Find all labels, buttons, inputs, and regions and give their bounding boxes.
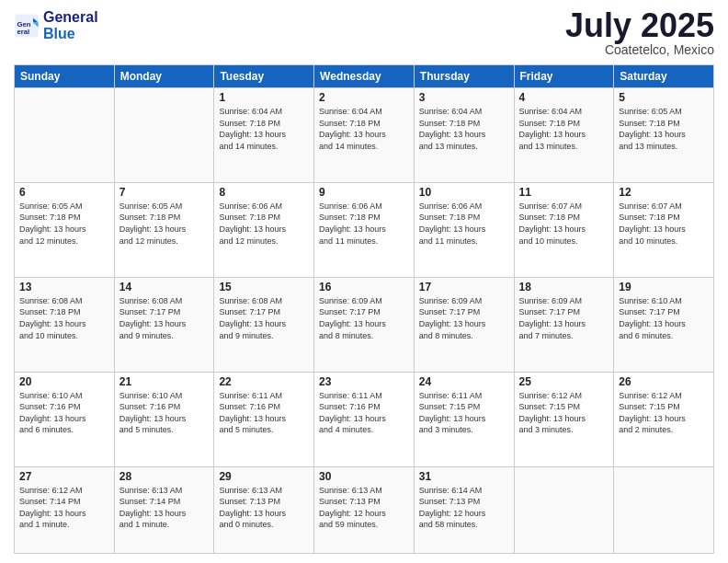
day-cell: 24Sunrise: 6:11 AM Sunset: 7:15 PM Dayli… [414,372,514,466]
day-cell [614,466,714,553]
svg-text:eral: eral [17,28,30,36]
day-number: 13 [19,281,109,293]
day-cell: 9Sunrise: 6:06 AM Sunset: 7:18 PM Daylig… [314,182,415,277]
day-detail: Sunrise: 6:04 AM Sunset: 7:18 PM Dayligh… [319,106,409,152]
day-number: 26 [619,375,709,388]
day-cell [514,466,614,553]
day-cell: 19Sunrise: 6:10 AM Sunset: 7:17 PM Dayli… [614,277,714,372]
day-cell [114,88,214,183]
day-number: 31 [419,470,509,483]
day-detail: Sunrise: 6:07 AM Sunset: 7:18 PM Dayligh… [519,201,609,247]
day-cell: 30Sunrise: 6:13 AM Sunset: 7:13 PM Dayli… [314,466,415,553]
day-detail: Sunrise: 6:13 AM Sunset: 7:13 PM Dayligh… [319,485,409,531]
week-row-2: 6Sunrise: 6:05 AM Sunset: 7:18 PM Daylig… [15,182,714,277]
day-number: 19 [619,281,709,293]
logo-icon: Gen eral [14,13,40,39]
day-number: 28 [119,470,210,483]
logo-line2: Blue [43,26,98,42]
calendar-table: SundayMondayTuesdayWednesdayThursdayFrid… [14,64,714,554]
day-detail: Sunrise: 6:09 AM Sunset: 7:17 PM Dayligh… [319,295,409,341]
day-detail: Sunrise: 6:10 AM Sunset: 7:16 PM Dayligh… [119,390,210,436]
day-number: 7 [119,186,210,199]
day-number: 2 [319,91,409,104]
day-detail: Sunrise: 6:10 AM Sunset: 7:17 PM Dayligh… [619,295,709,341]
day-cell: 11Sunrise: 6:07 AM Sunset: 7:18 PM Dayli… [514,182,614,277]
day-number: 22 [219,375,309,388]
day-number: 16 [319,281,409,293]
week-row-3: 13Sunrise: 6:08 AM Sunset: 7:18 PM Dayli… [15,277,714,372]
day-cell: 17Sunrise: 6:09 AM Sunset: 7:17 PM Dayli… [414,277,514,372]
day-detail: Sunrise: 6:11 AM Sunset: 7:15 PM Dayligh… [419,390,509,436]
day-detail: Sunrise: 6:07 AM Sunset: 7:18 PM Dayligh… [619,201,709,247]
day-cell: 6Sunrise: 6:05 AM Sunset: 7:18 PM Daylig… [15,182,115,277]
day-cell: 7Sunrise: 6:05 AM Sunset: 7:18 PM Daylig… [114,182,214,277]
header-cell-sunday: Sunday [15,65,115,88]
day-number: 1 [219,91,309,104]
calendar-header-row: SundayMondayTuesdayWednesdayThursdayFrid… [15,65,714,88]
title-block: July 2025 Coatetelco, Mexico [565,9,714,57]
location: Coatetelco, Mexico [565,42,714,57]
day-number: 17 [419,281,509,293]
header-cell-tuesday: Tuesday [214,65,314,88]
day-detail: Sunrise: 6:13 AM Sunset: 7:13 PM Dayligh… [219,485,309,531]
day-number: 30 [319,470,409,483]
day-detail: Sunrise: 6:09 AM Sunset: 7:17 PM Dayligh… [419,295,509,341]
day-number: 6 [19,186,109,199]
day-detail: Sunrise: 6:04 AM Sunset: 7:18 PM Dayligh… [219,106,309,152]
day-number: 8 [219,186,309,199]
day-detail: Sunrise: 6:10 AM Sunset: 7:16 PM Dayligh… [19,390,109,436]
day-detail: Sunrise: 6:04 AM Sunset: 7:18 PM Dayligh… [419,106,509,152]
day-detail: Sunrise: 6:08 AM Sunset: 7:17 PM Dayligh… [119,295,210,341]
header-cell-thursday: Thursday [414,65,514,88]
week-row-5: 27Sunrise: 6:12 AM Sunset: 7:14 PM Dayli… [15,466,714,553]
day-cell: 29Sunrise: 6:13 AM Sunset: 7:13 PM Dayli… [214,466,314,553]
day-cell: 3Sunrise: 6:04 AM Sunset: 7:18 PM Daylig… [414,88,514,183]
day-detail: Sunrise: 6:06 AM Sunset: 7:18 PM Dayligh… [419,201,509,247]
day-detail: Sunrise: 6:04 AM Sunset: 7:18 PM Dayligh… [519,106,609,152]
day-number: 29 [219,470,309,483]
logo: Gen eral General Blue [14,9,98,41]
day-number: 3 [419,91,509,104]
day-cell: 15Sunrise: 6:08 AM Sunset: 7:17 PM Dayli… [214,277,314,372]
day-detail: Sunrise: 6:05 AM Sunset: 7:18 PM Dayligh… [119,201,210,247]
week-row-1: 1Sunrise: 6:04 AM Sunset: 7:18 PM Daylig… [15,88,714,183]
month-title: July 2025 [565,9,714,42]
day-detail: Sunrise: 6:06 AM Sunset: 7:18 PM Dayligh… [319,201,409,247]
day-cell: 22Sunrise: 6:11 AM Sunset: 7:16 PM Dayli… [214,372,314,466]
day-detail: Sunrise: 6:05 AM Sunset: 7:18 PM Dayligh… [19,201,109,247]
day-number: 12 [619,186,709,199]
day-number: 10 [419,186,509,199]
day-cell [15,88,115,183]
day-number: 20 [19,375,109,388]
day-detail: Sunrise: 6:12 AM Sunset: 7:14 PM Dayligh… [19,485,109,531]
logo-line1: General [43,9,98,25]
day-number: 27 [19,470,109,483]
day-detail: Sunrise: 6:12 AM Sunset: 7:15 PM Dayligh… [619,390,709,436]
day-cell: 27Sunrise: 6:12 AM Sunset: 7:14 PM Dayli… [15,466,115,553]
day-cell: 28Sunrise: 6:13 AM Sunset: 7:14 PM Dayli… [114,466,214,553]
day-detail: Sunrise: 6:12 AM Sunset: 7:15 PM Dayligh… [519,390,609,436]
day-detail: Sunrise: 6:11 AM Sunset: 7:16 PM Dayligh… [319,390,409,436]
day-detail: Sunrise: 6:09 AM Sunset: 7:17 PM Dayligh… [519,295,609,341]
header-cell-friday: Friday [514,65,614,88]
day-number: 5 [619,91,709,104]
day-cell: 18Sunrise: 6:09 AM Sunset: 7:17 PM Dayli… [514,277,614,372]
day-cell: 14Sunrise: 6:08 AM Sunset: 7:17 PM Dayli… [114,277,214,372]
day-number: 21 [119,375,210,388]
day-detail: Sunrise: 6:08 AM Sunset: 7:18 PM Dayligh… [19,295,109,341]
day-number: 9 [319,186,409,199]
day-cell: 25Sunrise: 6:12 AM Sunset: 7:15 PM Dayli… [514,372,614,466]
day-cell: 16Sunrise: 6:09 AM Sunset: 7:17 PM Dayli… [314,277,415,372]
header: Gen eral General Blue July 2025 Coatetel… [14,9,714,57]
day-detail: Sunrise: 6:08 AM Sunset: 7:17 PM Dayligh… [219,295,309,341]
day-number: 23 [319,375,409,388]
day-detail: Sunrise: 6:06 AM Sunset: 7:18 PM Dayligh… [219,201,309,247]
day-cell: 31Sunrise: 6:14 AM Sunset: 7:13 PM Dayli… [414,466,514,553]
day-cell: 12Sunrise: 6:07 AM Sunset: 7:18 PM Dayli… [614,182,714,277]
header-cell-monday: Monday [114,65,214,88]
day-number: 18 [519,281,609,293]
day-cell: 21Sunrise: 6:10 AM Sunset: 7:16 PM Dayli… [114,372,214,466]
day-cell: 1Sunrise: 6:04 AM Sunset: 7:18 PM Daylig… [214,88,314,183]
day-detail: Sunrise: 6:14 AM Sunset: 7:13 PM Dayligh… [419,485,509,531]
day-number: 11 [519,186,609,199]
